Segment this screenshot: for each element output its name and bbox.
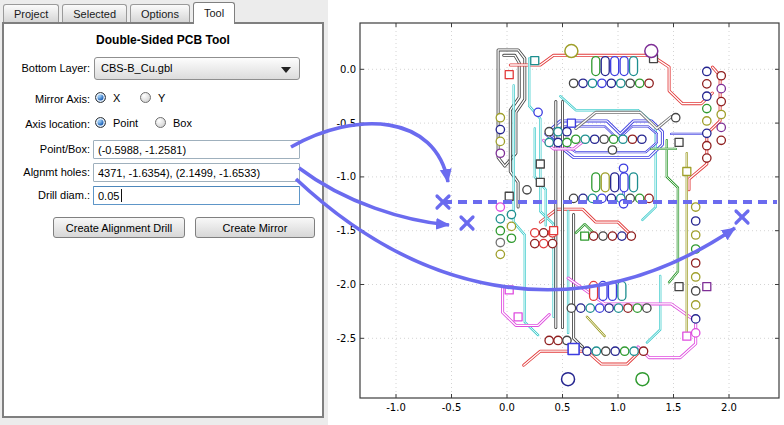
alignment-holes-input[interactable] xyxy=(93,163,300,182)
mirror-axis-x-radio[interactable] xyxy=(95,92,106,103)
axis-location-point-label: Point xyxy=(113,117,138,129)
app-window: { "tabs": [ {"label": "Project", "active… xyxy=(0,0,784,425)
alignment-holes-label: Algnmt holes: xyxy=(4,166,90,178)
x-marker xyxy=(461,217,473,229)
svg-text:0.0: 0.0 xyxy=(340,64,356,75)
panel-title: Double-Sided PCB Tool xyxy=(4,33,322,47)
create-mirror-button[interactable]: Create Mirror xyxy=(195,217,315,238)
axes: -1.0-0.50.00.51.01.52.00.0-0.5-1.0-1.5-2… xyxy=(336,23,779,413)
chevron-down-icon xyxy=(281,67,291,73)
svg-text:-1.0: -1.0 xyxy=(336,171,356,182)
mirror-axis-y-radio[interactable] xyxy=(140,92,151,103)
axis-location-box-radio[interactable] xyxy=(155,117,166,128)
tool-panel: Double-Sided PCB Tool Bottom Layer: CBS-… xyxy=(2,22,324,418)
axis-location-label: Axis location: xyxy=(4,118,90,130)
tab-project[interactable]: Project xyxy=(3,4,59,22)
drill-diam-label: Drill diam.: xyxy=(4,189,90,201)
bottom-layer-value: CBS-B_Cu.gbl xyxy=(101,62,173,74)
svg-text:0.0: 0.0 xyxy=(499,402,515,413)
mirror-axis-label: Mirror Axis: xyxy=(4,93,90,105)
pcb-artwork xyxy=(496,45,725,386)
svg-text:-1.5: -1.5 xyxy=(336,225,356,236)
tab-options[interactable]: Options xyxy=(130,4,190,22)
tab-bar: Project Selected Options Tool xyxy=(3,2,238,22)
plot-figure: -1.0-0.50.00.51.01.52.00.0-0.5-1.0-1.5-2… xyxy=(328,0,784,425)
axis-location-box-label: Box xyxy=(173,117,192,129)
bottom-layer-combobox[interactable]: CBS-B_Cu.gbl xyxy=(94,57,300,80)
mirror-axis-y-label: Y xyxy=(158,92,165,104)
svg-text:-2.5: -2.5 xyxy=(336,333,356,344)
svg-text:-0.5: -0.5 xyxy=(336,118,356,129)
svg-text:1.5: 1.5 xyxy=(666,402,682,413)
bottom-layer-label: Bottom Layer: xyxy=(4,62,90,74)
pcb-plot: -1.0-0.50.00.51.01.52.00.0-0.5-1.0-1.5-2… xyxy=(328,0,784,425)
drill-diam-input[interactable] xyxy=(93,186,300,205)
svg-text:-2.0: -2.0 xyxy=(336,279,356,290)
text-caret xyxy=(121,189,122,202)
svg-text:-1.0: -1.0 xyxy=(386,402,406,413)
svg-text:0.5: 0.5 xyxy=(555,402,571,413)
svg-text:1.0: 1.0 xyxy=(610,402,626,413)
mirror-axis-x-label: X xyxy=(113,92,120,104)
tab-tool[interactable]: Tool xyxy=(193,2,235,24)
axis-location-point-radio[interactable] xyxy=(95,117,106,128)
x-marker xyxy=(736,211,748,223)
svg-text:-0.5: -0.5 xyxy=(442,402,462,413)
tab-selected[interactable]: Selected xyxy=(62,4,127,22)
create-alignment-drill-button[interactable]: Create Alignment Drill xyxy=(53,217,185,238)
svg-text:2.0: 2.0 xyxy=(721,402,737,413)
point-box-label: Point/Box: xyxy=(4,143,90,155)
point-box-input[interactable] xyxy=(93,140,300,159)
